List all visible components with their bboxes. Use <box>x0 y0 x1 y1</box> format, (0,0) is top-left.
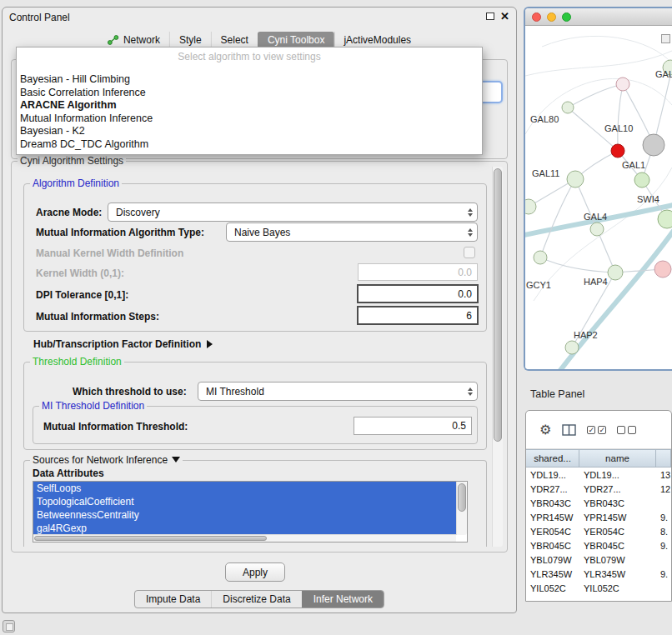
svg-text:SWI4: SWI4 <box>637 194 659 204</box>
column-header-shared-name[interactable]: shared... <box>526 450 579 467</box>
table-row[interactable]: YDL19...YDL19...13 <box>526 468 671 482</box>
tab-cyni-toolbox[interactable]: Cyni Toolbox <box>258 32 333 48</box>
node[interactable] <box>562 102 574 113</box>
aracne-mode-label: Aracne Mode: <box>36 207 102 218</box>
dropdown-item[interactable]: Bayesian - Hill Climbing <box>17 73 482 87</box>
collapsed-panel-icon[interactable] <box>3 620 15 632</box>
algorithm-definition-group: Algorithm Definition Aracne Mode: Discov… <box>23 183 487 332</box>
tab-jactivemodules[interactable]: jActiveModules <box>333 32 420 48</box>
control-panel-title: Control Panel <box>9 12 70 23</box>
settings-scrollbar-thumb[interactable] <box>494 168 502 442</box>
node[interactable] <box>567 171 584 188</box>
table-row[interactable]: YIL052CYIL052C <box>526 581 671 595</box>
table-row[interactable]: YBL079WYBL079W <box>526 552 671 567</box>
svg-text:GAL: GAL <box>655 69 672 79</box>
list-hscrollbar-thumb[interactable] <box>34 536 267 541</box>
sources-group: Sources for Network Inference Data Attri… <box>23 460 487 547</box>
aracne-mode-combo[interactable]: Discovery <box>108 202 478 222</box>
node[interactable] <box>534 251 547 264</box>
dropdown-item-selected[interactable]: ARACNE Algorithm <box>17 99 482 112</box>
dropdown-item[interactable]: Dream8 DC_TDC Algorithm <box>17 138 482 152</box>
svg-text:GAL11: GAL11 <box>532 168 559 178</box>
node-labels: GAL80 GAL10 GAL11 GAL1 SWI4 GAL4 GCY1 HA… <box>526 69 672 340</box>
algorithm-definition-title: Algorithm Definition <box>30 178 122 189</box>
mi-threshold-field[interactable]: 0.5 <box>354 417 472 435</box>
chevron-right-icon <box>207 340 213 348</box>
columns-icon[interactable] <box>562 424 576 436</box>
manual-kernel-checkbox <box>464 247 475 258</box>
tab-network[interactable]: Network <box>98 32 169 48</box>
network-view-window: GAL80 GAL10 GAL11 GAL1 SWI4 GAL4 GCY1 HA… <box>524 7 672 371</box>
list-item[interactable]: gal4RGexp <box>33 522 456 535</box>
tab-select[interactable]: Select <box>211 32 258 48</box>
network-graph: GAL80 GAL10 GAL11 GAL1 SWI4 GAL4 GCY1 HA… <box>525 26 672 371</box>
node[interactable] <box>608 265 623 280</box>
dropdown-item[interactable]: Basic Correlation Inference <box>17 87 482 100</box>
dropdown-item[interactable]: Bayesian - K2 <box>17 125 482 138</box>
mi-type-label: Mutual Information Algorithm Type: <box>36 227 204 238</box>
node-pink[interactable] <box>654 261 671 278</box>
mi-steps-label: Mutual Information Steps: <box>36 311 159 322</box>
hub-section-toggle[interactable]: Hub/Transcription Factor Definition <box>33 338 213 350</box>
mi-type-combo[interactable]: Naive Bayes <box>226 222 478 242</box>
node[interactable] <box>634 172 649 188</box>
column-header-name[interactable]: name <box>579 450 656 467</box>
table-row[interactable]: YER054CYER054C8. <box>526 524 671 538</box>
table-row[interactable]: YBR045CYBR045C9. <box>526 538 671 552</box>
dropdown-item[interactable]: Mutual Information Inference <box>17 112 482 126</box>
column-header-extra[interactable] <box>656 450 671 467</box>
close-traffic-light-icon[interactable] <box>532 12 541 22</box>
list-item[interactable]: BetweennessCentrality <box>33 508 456 522</box>
list-scrollbar <box>456 482 467 535</box>
table-row[interactable]: YDR27...YDR27...12 <box>526 482 671 496</box>
cyni-settings-groupbox: Cyni Algorithm Settings Algorithm Defini… <box>11 161 508 552</box>
list-item[interactable]: TopologicalCoefficient <box>33 495 456 508</box>
data-attributes-label: Data Attributes <box>33 468 104 479</box>
chevron-down-icon <box>172 457 180 462</box>
minimize-traffic-light-icon[interactable] <box>547 12 556 22</box>
list-item[interactable]: SelfLoops <box>33 482 456 495</box>
node[interactable] <box>565 341 579 354</box>
list-scrollbar-thumb[interactable] <box>458 483 466 512</box>
node-table-window: ⚙ ✓ ✓ shared... name YDL19...YDL19...13 … <box>525 410 672 602</box>
node-selected-red[interactable] <box>611 144 624 158</box>
close-icon[interactable]: ✕ <box>500 12 509 21</box>
tab-infer-network[interactable]: Infer Network <box>302 591 384 608</box>
nodes[interactable] <box>525 60 672 354</box>
control-panel-window: Control Panel ✕ Network Style Select Cyn… <box>2 7 517 613</box>
float-window-icon[interactable] <box>486 12 494 20</box>
tab-style[interactable]: Style <box>169 32 211 48</box>
table-panel-title: Table Panel <box>530 388 584 400</box>
sources-group-title[interactable]: Sources for Network Inference <box>30 454 183 466</box>
node[interactable] <box>590 222 604 236</box>
table-row[interactable]: YLR345WYLR345W9. <box>526 567 671 581</box>
settings-scrollbar <box>492 167 503 547</box>
tab-impute-data[interactable]: Impute Data <box>135 591 211 608</box>
table-row[interactable]: YBR043CYBR043C <box>526 496 671 510</box>
zoom-traffic-light-icon[interactable] <box>562 12 571 22</box>
node[interactable] <box>525 199 536 214</box>
combo-arrows-icon <box>463 388 477 396</box>
which-threshold-combo[interactable]: MI Threshold <box>198 382 478 401</box>
dropdown-placeholder: Select algorithm to view settings <box>17 48 482 64</box>
mi-threshold-label: Mutual Information Threshold: <box>43 421 188 432</box>
apply-button[interactable]: Apply <box>225 562 285 582</box>
threshold-definition-group: Threshold Definition Which threshold to … <box>23 362 487 450</box>
node[interactable] <box>616 78 629 91</box>
mi-steps-field[interactable]: 6 <box>357 306 479 325</box>
cyni-settings-title: Cyni Algorithm Settings <box>18 155 126 167</box>
deselect-all-checks-icon[interactable] <box>617 426 636 434</box>
gear-icon[interactable]: ⚙ <box>539 423 551 437</box>
node-gray[interactable] <box>643 134 664 156</box>
manual-kernel-label: Manual Kernel Width Definition <box>36 248 183 259</box>
table-toolbar: ⚙ ✓ ✓ <box>526 411 671 449</box>
network-canvas[interactable]: GAL80 GAL10 GAL11 GAL1 SWI4 GAL4 GCY1 HA… <box>525 26 672 371</box>
table-row[interactable]: YPR145WYPR145W9. <box>526 510 671 524</box>
svg-text:GAL80: GAL80 <box>530 114 559 124</box>
node[interactable] <box>658 210 672 228</box>
kernel-width-field: 0.0 <box>358 263 478 281</box>
select-all-checks-icon[interactable]: ✓ ✓ <box>587 426 606 434</box>
network-scrollbar-corner[interactable] <box>661 34 670 43</box>
tab-discretize-data[interactable]: Discretize Data <box>211 591 301 608</box>
dpi-tolerance-field[interactable]: 0.0 <box>357 284 479 303</box>
